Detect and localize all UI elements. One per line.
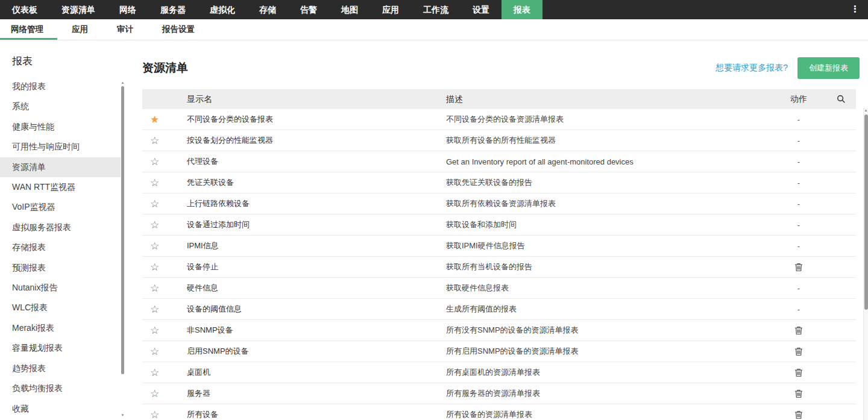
sidebar-item-13[interactable]: Meraki报表	[0, 318, 121, 338]
sub-navigation: 网络管理应用审计报告设置	[0, 19, 868, 40]
delete-icon[interactable]	[794, 347, 803, 356]
subnav-tab-1[interactable]: 网络管理	[0, 19, 57, 40]
topnav-item-3[interactable]: 网络	[107, 0, 148, 19]
scroll-down-icon[interactable]: ▼	[121, 413, 125, 418]
report-name[interactable]: IPMI信息	[187, 240, 446, 251]
favorite-star-icon[interactable]: ☆	[142, 324, 187, 337]
table-row: ☆ 硬件信息 获取硬件信息报表 -	[142, 278, 856, 299]
topnav-item-10[interactable]: 工作流	[411, 0, 461, 19]
table-row: ☆ 桌面机 所有桌面机的资源清单报表	[142, 362, 856, 383]
sidebar-scrollbar[interactable]: ▲ ▼	[121, 79, 125, 420]
sidebar-item-6[interactable]: WAN RTT监视器	[0, 177, 121, 197]
report-description: Get an Inventory report of all agent-mon…	[446, 157, 772, 166]
favorite-star-icon[interactable]: ☆	[142, 177, 187, 189]
page-body: 报表 我的报表系统健康与性能可用性与响应时间资源清单WAN RTT监视器VoIP…	[0, 40, 868, 420]
favorite-star-icon[interactable]: ☆	[142, 198, 187, 210]
request-more-reports-link[interactable]: 想要请求更多报表?	[715, 63, 788, 74]
topnav-item-9[interactable]: 应用	[370, 0, 411, 19]
topnav-item-5[interactable]: 虚拟化	[198, 0, 247, 19]
delete-icon[interactable]	[794, 410, 803, 419]
delete-icon[interactable]	[794, 368, 803, 377]
report-name[interactable]: 桌面机	[187, 367, 446, 378]
page-scrollbar[interactable]: ▲	[863, 108, 868, 420]
table-row: ☆ 上行链路依赖设备 获取所有依赖设备资源清单报表 -	[142, 193, 856, 215]
report-name[interactable]: 设备通过添加时间	[187, 219, 446, 230]
favorite-star-icon[interactable]: ☆	[142, 240, 187, 252]
favorite-star-icon[interactable]: ☆	[142, 282, 187, 295]
favorite-star-icon[interactable]: ☆	[142, 303, 187, 316]
favorite-star-icon[interactable]: ☆	[142, 261, 187, 274]
action-column-header: 动作	[772, 94, 826, 105]
sidebar-item-17[interactable]: 收藏	[0, 399, 121, 419]
table-row: ☆ 所有设备 所有设备的资源清单报表	[142, 404, 856, 420]
subnav-tab-3[interactable]: 审计	[102, 19, 148, 40]
subnav-tab-2[interactable]: 应用	[57, 19, 102, 40]
sidebar-item-14[interactable]: 容量规划报表	[0, 338, 121, 358]
topnav-item-11[interactable]: 设置	[461, 0, 502, 19]
sidebar-item-4[interactable]: 可用性与响应时间	[0, 137, 121, 157]
scrollbar-thumb[interactable]	[864, 114, 868, 310]
table-row: ☆ IPMI信息 获取IPMI硬件信息报告 -	[142, 236, 856, 257]
sidebar-item-7[interactable]: VoIP监视器	[0, 197, 121, 217]
report-name[interactable]: 硬件信息	[187, 283, 446, 293]
report-description: 生成所有阈值的报表	[446, 304, 772, 315]
report-name[interactable]: 上行链路依赖设备	[187, 198, 446, 209]
report-description: 获取硬件信息报表	[446, 283, 772, 293]
favorite-star-icon[interactable]: ☆	[142, 345, 187, 358]
sidebar-item-3[interactable]: 健康与性能	[0, 117, 121, 137]
scroll-up-icon[interactable]: ▲	[864, 108, 868, 113]
report-name[interactable]: 启用SNMP的设备	[187, 346, 446, 357]
topnav-item-2[interactable]: 资源清单	[49, 0, 107, 19]
favorite-star-icon[interactable]: ☆	[142, 366, 187, 379]
topnav-item-4[interactable]: 服务器	[148, 0, 198, 19]
report-name[interactable]: 代理设备	[187, 156, 446, 167]
report-action	[772, 410, 826, 419]
sidebar-item-1[interactable]: 我的报表	[0, 77, 121, 96]
report-name[interactable]: 所有设备	[187, 409, 446, 420]
report-name[interactable]: 凭证关联设备	[187, 177, 446, 188]
sidebar-item-11[interactable]: Nutanix报告	[0, 278, 121, 298]
create-report-button[interactable]: 创建新报表	[797, 57, 860, 79]
overflow-menu-icon[interactable]: ⋮	[842, 0, 868, 19]
report-action: -	[772, 136, 826, 145]
sidebar-item-9[interactable]: 存储报表	[0, 237, 121, 257]
favorite-star-icon[interactable]: ☆	[142, 155, 187, 168]
report-action: -	[772, 115, 826, 124]
reports-sidebar: 报表 我的报表系统健康与性能可用性与响应时间资源清单WAN RTT监视器VoIP…	[0, 40, 137, 420]
search-icon[interactable]	[826, 95, 856, 104]
report-name[interactable]: 服务器	[187, 388, 446, 399]
sidebar-item-8[interactable]: 虚拟服务器报表	[0, 218, 121, 237]
table-row: ★ 不同设备分类的设备报表 不同设备分类的设备资源清单报表 -	[142, 109, 856, 130]
delete-icon[interactable]	[794, 326, 803, 335]
report-action	[772, 389, 826, 398]
topnav-item-8[interactable]: 地图	[329, 0, 370, 19]
favorite-star-icon[interactable]: ☆	[142, 409, 187, 420]
report-name[interactable]: 不同设备分类的设备报表	[187, 114, 446, 125]
report-name[interactable]: 按设备划分的性能监视器	[187, 135, 446, 146]
topnav-item-1[interactable]: 仪表板	[0, 0, 49, 19]
delete-icon[interactable]	[794, 389, 803, 398]
report-description: 获取凭证关联设备的报告	[446, 177, 772, 188]
favorite-star-icon[interactable]: ☆	[142, 134, 187, 147]
subnav-tab-4[interactable]: 报告设置	[148, 19, 209, 40]
sidebar-item-16[interactable]: 负载均衡报表	[0, 378, 121, 398]
topnav-item-7[interactable]: 告警	[288, 0, 329, 19]
delete-icon[interactable]	[794, 263, 803, 272]
report-description: 获取所有设备的所有性能监视器	[446, 135, 772, 146]
favorite-star-icon[interactable]: ☆	[142, 219, 187, 231]
report-name[interactable]: 设备的阈值信息	[187, 304, 446, 315]
report-name[interactable]: 设备停止	[187, 262, 446, 272]
topnav-item-12[interactable]: 报表	[502, 0, 542, 19]
scrollbar-thumb[interactable]	[121, 86, 124, 374]
topnav-item-6[interactable]: 存储	[247, 0, 288, 19]
sidebar-item-2[interactable]: 系统	[0, 96, 121, 116]
sidebar-item-15[interactable]: 趋势报表	[0, 359, 121, 378]
scroll-up-icon[interactable]: ▲	[121, 80, 125, 85]
sidebar-item-5[interactable]: 资源清单	[0, 157, 121, 177]
favorite-star-icon[interactable]: ★	[142, 113, 187, 126]
sidebar-item-12[interactable]: WLC报表	[0, 298, 121, 318]
report-name[interactable]: 非SNMP设备	[187, 325, 446, 336]
favorite-star-icon[interactable]: ☆	[142, 387, 187, 400]
page-title: 资源清单	[142, 60, 188, 76]
sidebar-item-10[interactable]: 预测报表	[0, 258, 121, 278]
